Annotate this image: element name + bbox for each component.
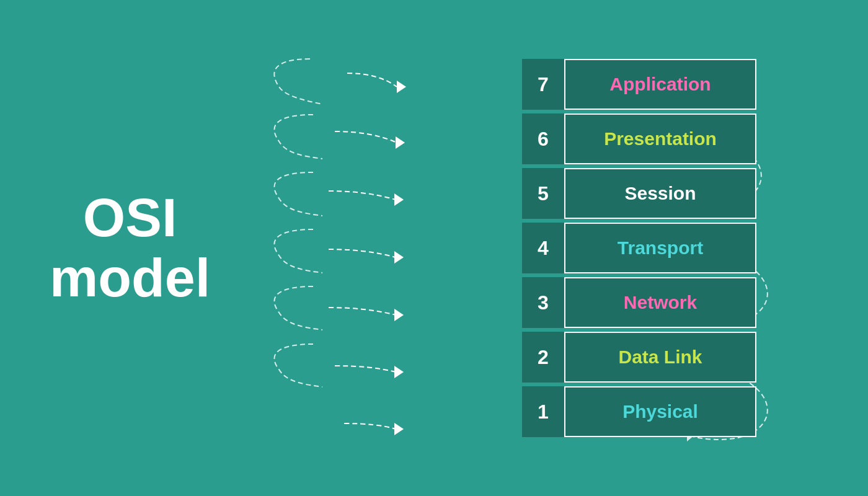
layer-number-1: 1 xyxy=(522,386,564,437)
layer-name-4: Transport xyxy=(564,223,756,273)
osi-title: OSI model xyxy=(50,188,210,308)
layer-row-6: 6Presentation xyxy=(522,113,756,164)
layer-number-4: 4 xyxy=(522,223,564,273)
svg-marker-1 xyxy=(396,136,405,149)
layer-name-6: Presentation xyxy=(564,113,756,164)
layer-number-2: 2 xyxy=(522,332,564,383)
layer-number-6: 6 xyxy=(522,113,564,164)
svg-marker-4 xyxy=(394,309,404,321)
layer-number-5: 5 xyxy=(522,168,564,219)
layer-row-1: 1Physical xyxy=(522,386,756,437)
layer-row-3: 3Network xyxy=(522,277,756,328)
layer-name-7: Application xyxy=(564,59,756,110)
layer-row-4: 4Transport xyxy=(522,223,756,273)
title-line1: OSI xyxy=(50,188,210,248)
svg-marker-6 xyxy=(394,423,404,435)
title-line2: model xyxy=(50,248,210,308)
layer-row-5: 5Session xyxy=(522,168,756,219)
layer-number-3: 3 xyxy=(522,277,564,328)
layer-name-2: Data Link xyxy=(564,332,756,383)
svg-marker-2 xyxy=(394,193,404,206)
layer-row-7: 7Application xyxy=(522,59,756,110)
layer-row-2: 2Data Link xyxy=(522,332,756,383)
svg-marker-0 xyxy=(397,81,406,93)
svg-marker-5 xyxy=(394,366,404,378)
svg-marker-3 xyxy=(394,251,404,264)
layer-name-3: Network xyxy=(564,277,756,328)
layer-name-1: Physical xyxy=(564,386,756,437)
layer-number-7: 7 xyxy=(522,59,564,110)
osi-diagram: 7Application6Presentation5Session4Transp… xyxy=(522,59,756,437)
layer-name-5: Session xyxy=(564,168,756,219)
